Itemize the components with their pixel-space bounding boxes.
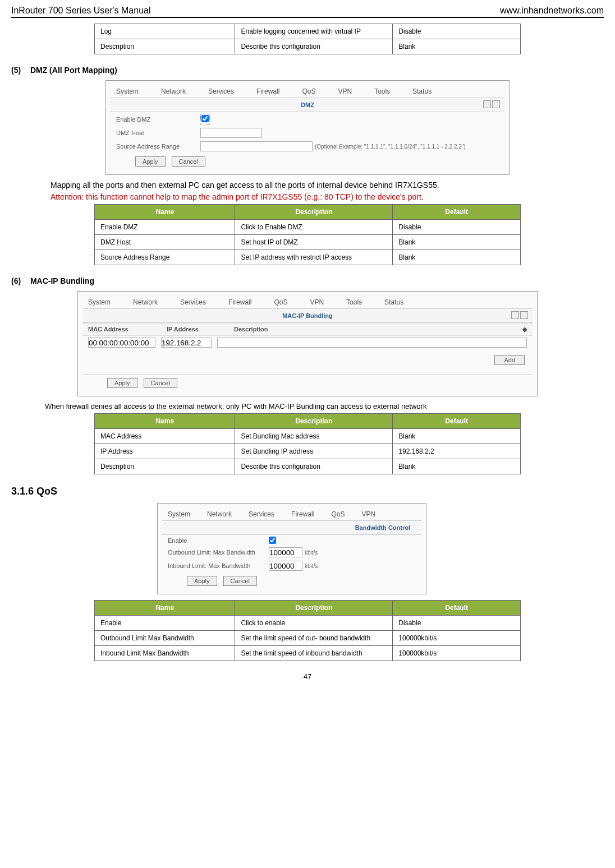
minimize-icon[interactable] <box>511 311 519 319</box>
table-row: DescriptionDescribe this configurationBl… <box>95 459 521 474</box>
section5-num: (5) <box>11 66 28 75</box>
table-row: EnableClick to enableDisable <box>95 616 521 631</box>
nav-item[interactable]: Firewall <box>228 298 251 306</box>
cell-def: Blank <box>393 429 521 444</box>
cell-name: DMZ Host <box>95 235 235 250</box>
nav-item[interactable]: QoS <box>331 510 345 518</box>
apply-button[interactable]: Apply <box>135 156 166 167</box>
nav-item[interactable]: Network <box>133 298 158 306</box>
minimize-icon[interactable] <box>483 100 491 108</box>
page-header: InRouter 700 Series User's Manual www.in… <box>11 6 604 18</box>
table-row: IP AddressSet Bundling IP address192.168… <box>95 444 521 459</box>
nav-item[interactable]: VPN <box>361 510 375 518</box>
cell-desc: Click to Enable DMZ <box>235 220 393 235</box>
table-row: Inbound Limit Max BandwidthSet the limit… <box>95 646 521 661</box>
nav-item[interactable]: Network <box>161 87 186 95</box>
ip-input[interactable] <box>161 338 212 348</box>
panel-title-text: DMZ <box>301 101 314 108</box>
th-desc: Description <box>235 414 393 429</box>
apply-button[interactable]: Apply <box>187 576 217 586</box>
src-range-hint: (Optional Example: "1.1.1.1", "1.1.1.0/2… <box>315 144 466 150</box>
outbound-input[interactable] <box>269 547 302 557</box>
desc-input[interactable] <box>217 338 527 348</box>
dmz-param-table: Name Description Default Enable DMZClick… <box>94 204 521 265</box>
cell-desc: Set the limit speed of out- bound bandwi… <box>235 631 393 646</box>
nav-item[interactable]: System <box>88 298 111 306</box>
cell-def: Blank <box>393 459 521 474</box>
macip-param-table: Name Description Default MAC AddressSet … <box>94 413 521 474</box>
cell-desc: Set IP address with restrict IP access <box>235 250 393 265</box>
nav-item[interactable]: Status <box>384 298 403 306</box>
th-def: Default <box>393 205 521 220</box>
bullet-icon: ◆ <box>522 326 527 333</box>
nav-item[interactable]: System <box>116 87 139 95</box>
enable-checkbox[interactable] <box>269 537 276 544</box>
cell-name: Description <box>95 459 235 474</box>
nav-item[interactable]: QoS <box>274 298 287 306</box>
macip-screenshot: System Network Services Firewall QoS VPN… <box>77 291 538 396</box>
nav-item[interactable]: Firewall <box>291 510 314 518</box>
th-name: Name <box>95 414 235 429</box>
nav-item[interactable]: Firewall <box>256 87 279 95</box>
col-desc: Description <box>234 326 268 333</box>
apply-button[interactable]: Apply <box>107 378 137 388</box>
nav-item[interactable]: VPN <box>338 87 352 95</box>
cell-name: Source Address Range <box>95 250 235 265</box>
cancel-button[interactable]: Cancel <box>144 378 177 388</box>
dmz-panel-title: DMZ <box>111 98 504 112</box>
section6-title: MAC-IP Bundling <box>30 276 94 285</box>
mac-input[interactable] <box>88 338 155 348</box>
cell-name: Outbound Limit Max Bandwidth <box>95 631 235 646</box>
cell-name: Inbound Limit Max Bandwidth <box>95 646 235 661</box>
nav-item[interactable]: Network <box>207 510 232 518</box>
button-row: Apply Cancel <box>111 153 504 170</box>
nav-item[interactable]: Services <box>180 298 206 306</box>
nav-bar: System Network Services Firewall QoS VPN… <box>82 296 533 308</box>
nav-item[interactable]: System <box>168 510 190 518</box>
cell-desc: Enable logging concerned with virtual IP <box>235 24 393 39</box>
cell-def: 192.168.2.2 <box>393 444 521 459</box>
panel-icons <box>483 100 500 108</box>
cancel-button[interactable]: Cancel <box>223 576 257 586</box>
cell-desc: Click to enable <box>235 616 393 631</box>
sec6-prose: When firewall denies all access to the e… <box>45 402 604 410</box>
enable-dmz-checkbox[interactable] <box>201 115 209 122</box>
cell-def: Blank <box>393 250 521 265</box>
expand-icon[interactable] <box>492 100 500 108</box>
add-row: Add <box>82 349 533 371</box>
nav-item[interactable]: Services <box>208 87 234 95</box>
macip-data-row <box>82 336 533 349</box>
enable-label: Enable <box>168 537 269 544</box>
dmz-host-input[interactable] <box>200 128 262 138</box>
nav-item[interactable]: Status <box>412 87 432 95</box>
table-row: Outbound Limit Max BandwidthSet the limi… <box>95 631 521 646</box>
nav-item[interactable]: Tools <box>374 87 390 95</box>
col-mac: MAC Address <box>88 326 150 333</box>
nav-bar: System Network Services Firewall QoS VPN… <box>111 85 504 98</box>
nav-item[interactable]: QoS <box>302 87 315 95</box>
enable-dmz-checkbox-wrap <box>200 114 210 124</box>
button-row: Apply Cancel <box>82 374 533 391</box>
add-button[interactable]: Add <box>494 355 525 365</box>
nav-item[interactable]: Services <box>249 510 274 518</box>
inbound-input[interactable] <box>269 561 302 571</box>
cancel-button[interactable]: Cancel <box>172 156 205 167</box>
cell-def: Disable <box>393 616 521 631</box>
inbound-row: Inbound Limit: Max Bandwidth kbit/s <box>162 559 421 572</box>
cell-desc: Set Bundling IP address <box>235 444 393 459</box>
expand-icon[interactable] <box>520 311 528 319</box>
param-table-top: Log Enable logging concerned with virtua… <box>94 24 521 54</box>
cell-def: Disable <box>393 220 521 235</box>
table-header-row: Name Description Default <box>95 205 521 220</box>
cell-name: Enable <box>95 616 235 631</box>
cell-desc: Set Bundling Mac address <box>235 429 393 444</box>
nav-item[interactable]: VPN <box>310 298 324 306</box>
cell-desc: Set the limit speed of inbound bandwidth <box>235 646 393 661</box>
section5-title: DMZ (All Port Mapping) <box>30 66 117 75</box>
th-name: Name <box>95 601 235 616</box>
section6-heading: (6) MAC-IP Bundling <box>11 276 604 285</box>
qos-heading: 3.1.6 QoS <box>11 486 604 497</box>
nav-item[interactable]: Tools <box>346 298 362 306</box>
cell-def: Blank <box>393 39 521 54</box>
src-range-input[interactable] <box>200 141 313 151</box>
